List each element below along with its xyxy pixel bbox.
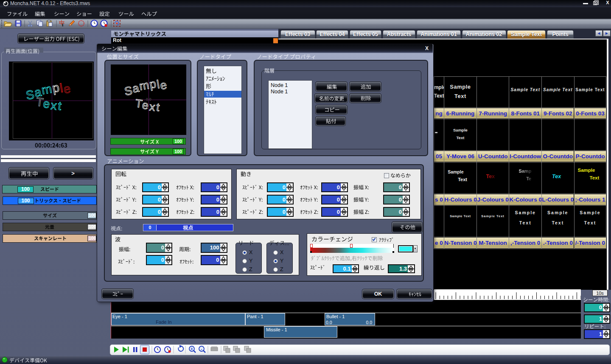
svg-text:Text: Text bbox=[35, 95, 64, 113]
svg-text:-: - bbox=[201, 347, 202, 351]
svg-text:I: I bbox=[62, 23, 64, 27]
svg-text:+: + bbox=[191, 347, 193, 351]
svg-text:0.0: 0.0 bbox=[146, 97, 151, 101]
svg-text:Sample: Sample bbox=[123, 75, 168, 98]
